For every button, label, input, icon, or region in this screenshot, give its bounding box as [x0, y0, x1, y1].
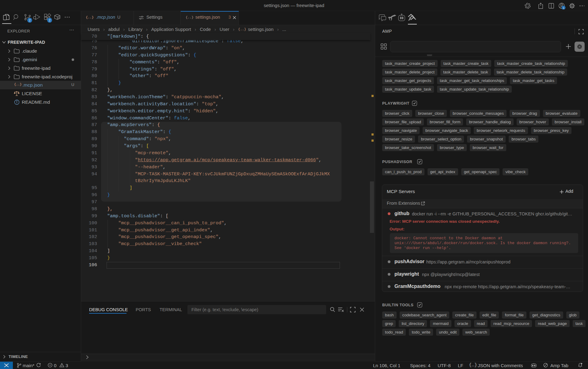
svg-text:2: 2	[29, 18, 31, 22]
svg-text:2: 2	[49, 18, 51, 22]
svg-text:1: 1	[563, 6, 564, 9]
